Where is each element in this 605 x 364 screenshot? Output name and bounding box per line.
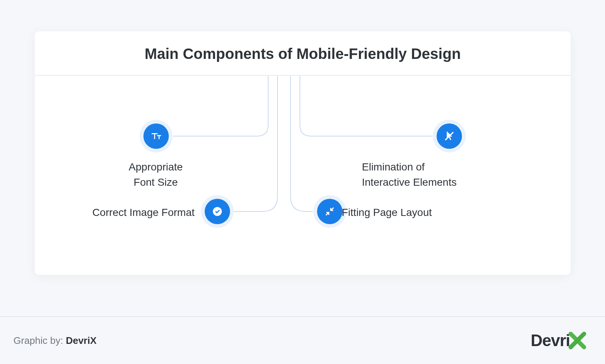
logo-x-icon (568, 332, 586, 349)
attribution-prefix: Graphic by: (13, 335, 66, 346)
elimination-label-line1: Elimination of (362, 161, 425, 173)
check-circle-icon (205, 199, 230, 224)
logo-text: Devri (531, 331, 570, 350)
diagram-area: Appropriate Font Size Elimination of Int… (35, 76, 571, 277)
elimination-label: Elimination of Interactive Elements (362, 160, 530, 190)
collapse-arrows-icon (317, 199, 342, 224)
elimination-label-line2: Interactive Elements (362, 176, 457, 188)
diagram-card: Main Components of Mobile-Friendly Desig… (35, 31, 571, 275)
no-cursor-icon (437, 123, 462, 149)
attribution: Graphic by: DevriX (13, 335, 97, 346)
font-size-label-line1: Appropriate (129, 161, 183, 173)
diagram-title: Main Components of Mobile-Friendly Desig… (35, 31, 571, 76)
svg-line-0 (445, 132, 453, 140)
page-layout-label: Fitting Page Layout (342, 205, 491, 220)
footer: Graphic by: DevriX Devri (0, 316, 605, 364)
image-format-label: Correct Image Format (62, 205, 195, 220)
font-size-label: Appropriate Font Size (100, 160, 212, 190)
devrix-logo: Devri (531, 331, 586, 350)
font-size-label-line2: Font Size (134, 176, 178, 188)
font-size-icon (143, 123, 169, 149)
attribution-brand: DevriX (66, 335, 96, 346)
